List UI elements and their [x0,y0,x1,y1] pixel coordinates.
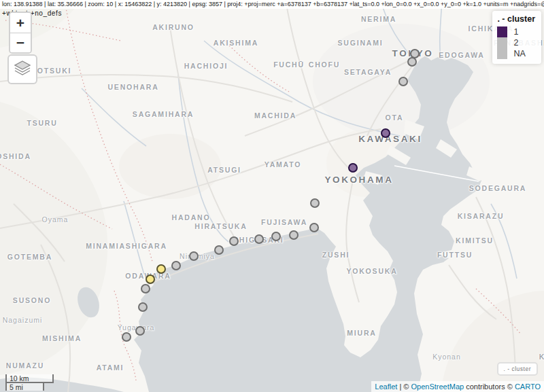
legend-rows: 12NA [497,26,535,59]
cluster-point-NA[interactable] [309,223,319,232]
cluster-point-NA[interactable] [141,284,150,293]
legend-swatch-na [497,48,507,59]
cluster-point-NA[interactable] [254,234,264,244]
cluster-point-NA[interactable] [135,326,145,336]
cluster-point-NA[interactable] [122,332,131,342]
scale-bar: 10 km 5 mi [5,374,54,391]
legend-item-label: NA [513,48,525,59]
map-viewport[interactable]: NERIMAAKIRUNOICHIKAWAAKISHIMASUGINAMIFUN… [0,0,544,392]
layers-icon [14,59,31,79]
legend-row-na: NA [497,48,535,59]
cluster-point-1[interactable] [348,163,358,173]
legend-item-label: 2 [513,37,518,48]
cluster-point-NA[interactable] [189,251,199,261]
cluster-point-2[interactable] [146,274,155,284]
attribution-contributors: contributors © [464,382,515,391]
coordinate-info-bar: lon: 138.91388 | lat: 35.36666 | zoom: 1… [0,0,544,18]
map-points-layer [0,0,544,392]
openstreetmap-link[interactable]: OpenStreetMap [411,382,464,391]
layers-control-button[interactable] [7,54,37,84]
zoom-in-button[interactable]: + [10,13,31,33]
attribution-sep: | © [397,382,411,391]
cluster-legend: . - cluster 12NA [492,11,541,64]
cluster-point-NA[interactable] [214,245,224,255]
cluster-point-NA[interactable] [229,236,239,246]
cluster-point-NA[interactable] [271,232,281,241]
attribution-bar: Leaflet | © OpenStreetMap contributors ©… [371,381,544,392]
cluster-point-2[interactable] [156,264,166,274]
zoom-control: + − [9,12,32,54]
cluster-point-NA[interactable] [171,261,181,270]
legend-row-2: 2 [497,37,535,48]
cluster-point-1[interactable] [381,128,390,138]
legend-item-label: 1 [513,26,518,37]
coordinate-info-line1: lon: 138.91388 | lat: 35.36666 | zoom: 1… [0,0,544,9]
legend-swatch-2 [497,37,507,48]
carto-link[interactable]: CARTO [515,382,541,391]
cluster-point-NA[interactable] [407,57,417,67]
legend-title: . - cluster [497,14,535,24]
zoom-out-button[interactable]: − [10,33,31,52]
legend-row-1: 1 [497,26,535,37]
cluster-point-NA[interactable] [398,77,408,86]
cluster-point-NA[interactable] [138,302,148,312]
legend-swatch-1 [497,26,507,37]
cluster-point-NA[interactable] [310,198,320,208]
cluster-layer-toggle-button[interactable]: . - cluster [497,362,538,376]
cluster-point-NA[interactable] [289,230,299,240]
leaflet-link[interactable]: Leaflet [375,382,397,391]
